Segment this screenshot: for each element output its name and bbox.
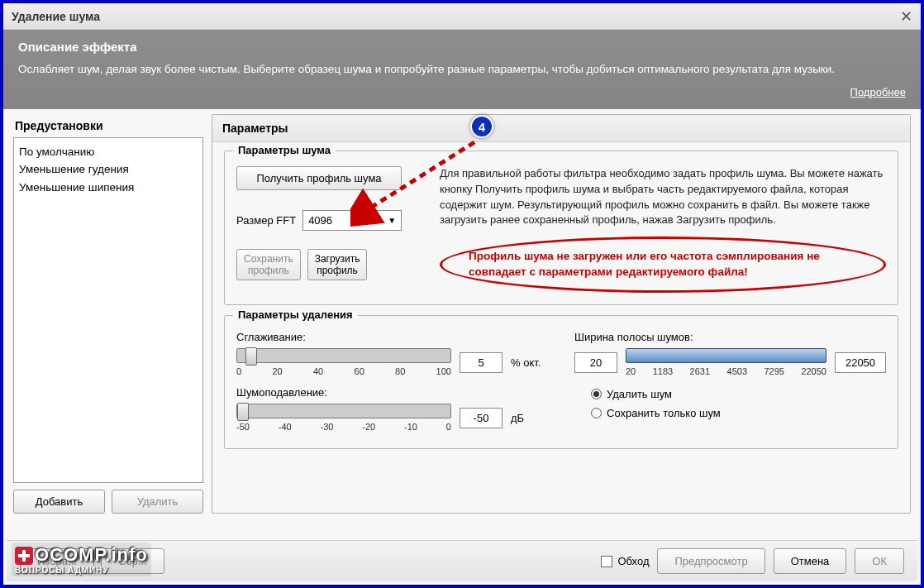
- removal-params-group: Параметры удаления Сглаживание:: [224, 315, 898, 449]
- noise-params-group: Параметры шума Получить профиль шума Раз…: [224, 151, 898, 305]
- fft-value: 4096: [308, 214, 332, 227]
- dialog-window: Удаление шума ✕ Описание эффекта Ослабля…: [0, 0, 924, 588]
- noise-params-title: Параметры шума: [233, 144, 336, 156]
- smoothing-slider[interactable]: [236, 348, 451, 363]
- warning-text: Профиль шума не загружен или его частота…: [469, 249, 857, 280]
- params-panel: Параметры Параметры шума Получить профил…: [212, 114, 911, 514]
- delete-preset-button[interactable]: Удалить: [112, 490, 203, 514]
- reduction-slider[interactable]: [236, 404, 451, 418]
- get-profile-button[interactable]: Получить профиль шума: [236, 166, 402, 190]
- warning-oval: Профиль шума не загружен или его частота…: [440, 237, 886, 293]
- cancel-button[interactable]: Отмена: [774, 548, 847, 574]
- description-title: Описание эффекта: [18, 40, 906, 54]
- radio-keep-noise[interactable]: Сохранить только шум: [591, 407, 886, 419]
- presets-title: Предустановки: [13, 114, 203, 137]
- bypass-checkbox[interactable]: Обход: [601, 555, 649, 567]
- reduction-value[interactable]: [460, 408, 502, 428]
- fft-select[interactable]: 4096 ▼: [302, 210, 402, 231]
- smoothing-value[interactable]: [460, 352, 502, 373]
- chevron-down-icon: ▼: [388, 216, 396, 225]
- radio-remove-noise[interactable]: Удалить шум: [591, 388, 886, 400]
- band-slider[interactable]: [626, 348, 826, 363]
- logo-cross-icon: [15, 547, 33, 565]
- smoothing-unit: % окт.: [511, 356, 541, 369]
- band-high-value[interactable]: [835, 352, 886, 373]
- smoothing-label: Сглаживание:: [236, 331, 548, 343]
- annotation-badge: 4: [470, 115, 493, 138]
- removal-params-title: Параметры удаления: [233, 308, 358, 321]
- presets-list[interactable]: По умолчанию Уменьшение гудения Уменьшен…: [13, 137, 203, 483]
- description-panel: Описание эффекта Ослабляет шум, делая зв…: [3, 30, 921, 109]
- preset-item[interactable]: Уменьшение шипения: [19, 179, 198, 197]
- preview-button[interactable]: Предпросмотр: [657, 548, 764, 574]
- close-icon[interactable]: ✕: [900, 7, 912, 26]
- reduction-label: Шумоподавление:: [236, 386, 548, 399]
- preset-item[interactable]: Уменьшение гудения: [19, 160, 198, 179]
- add-preset-button[interactable]: Добавить: [13, 490, 105, 514]
- checkbox-icon: [601, 556, 612, 567]
- radio-icon: [591, 389, 602, 399]
- watermark-logo: OCOMP.info ВОПРОСЫ АДМИНУ: [12, 543, 151, 576]
- window-title: Удаление шума: [12, 10, 100, 23]
- preset-item[interactable]: По умолчанию: [19, 143, 198, 161]
- presets-panel: Предустановки По умолчанию Уменьшение гу…: [13, 114, 203, 514]
- band-low-value[interactable]: [574, 352, 617, 373]
- save-profile-button[interactable]: Сохранить профиль: [236, 249, 301, 280]
- more-link[interactable]: Подробнее: [850, 86, 906, 98]
- radio-icon: [591, 408, 602, 418]
- params-title: Параметры: [212, 115, 910, 142]
- main-area: Предустановки По умолчанию Уменьшение гу…: [3, 109, 921, 523]
- fft-label: Размер FFT: [236, 214, 296, 227]
- band-label: Ширина полосы шумов:: [574, 331, 886, 343]
- description-text: Ослабляет шум, делая звук более чистым. …: [18, 62, 906, 78]
- ok-button[interactable]: ОК: [855, 548, 904, 574]
- load-profile-button[interactable]: Загрузить профиль: [307, 249, 368, 280]
- info-text: Для правильной работы фильтра необходимо…: [440, 166, 886, 228]
- titlebar: Удаление шума ✕: [3, 3, 921, 30]
- reduction-unit: дБ: [511, 412, 524, 424]
